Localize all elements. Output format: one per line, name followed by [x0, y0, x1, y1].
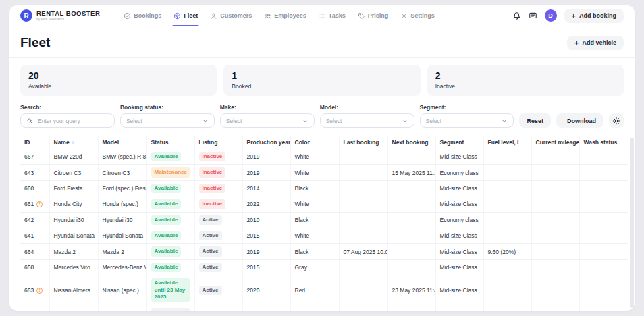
reset-button[interactable]: Reset	[519, 113, 551, 128]
stat-label: Booked	[232, 83, 412, 90]
table-row[interactable]: 667BMW 220dBMW (spec.) R 850 CAvailableI…	[20, 149, 628, 165]
vehicle-id: 664	[24, 248, 34, 255]
column-header-current-mileage-km[interactable]: Current mileage, km	[531, 136, 579, 149]
download-button[interactable]: Download	[556, 113, 603, 128]
select-value: Select	[126, 117, 198, 124]
nav-item-bookings[interactable]: Bookings	[117, 5, 167, 26]
cell-last-booking	[339, 212, 387, 228]
nav-item-customers[interactable]: Customers	[204, 5, 258, 26]
cell-production-year: 2015	[242, 228, 290, 244]
warning-icon: !	[36, 288, 43, 294]
column-header-wash-status[interactable]: Wash status	[579, 136, 628, 149]
cell-wash-status	[579, 275, 628, 305]
cell-production-year: 2014	[242, 305, 290, 311]
table-row[interactable]: 662Nissan JukeNissan JukeBooked until 22…	[20, 305, 628, 311]
nav-item-employees[interactable]: Employees	[258, 5, 313, 26]
cell-mileage	[531, 196, 579, 212]
table-settings-button[interactable]	[609, 113, 624, 128]
vehicle-id: 661	[24, 201, 34, 207]
search-input[interactable]	[36, 117, 109, 125]
cell-fuel-level	[483, 212, 531, 228]
cell-segment: Mid-size Class	[435, 305, 483, 311]
column-header-fuel-level-l[interactable]: Fuel level, L	[483, 136, 531, 149]
cell-name: Honda City	[49, 196, 98, 212]
column-header-label: Name	[54, 139, 70, 146]
segment-select[interactable]: Select	[420, 113, 514, 128]
cell-next-booking	[387, 149, 435, 165]
make-filter: Make:Select	[220, 104, 315, 128]
column-header-id[interactable]: ID	[20, 136, 49, 149]
table-row[interactable]: 663!Nissan AlmeraNissan (spec.)Available…	[20, 275, 628, 305]
chat-icon	[529, 11, 537, 20]
select-value: Select	[226, 117, 298, 124]
column-header-production-year[interactable]: Production year	[242, 136, 290, 149]
nav-item-fleet[interactable]: Fleet	[167, 5, 204, 26]
cell-status: Available	[146, 149, 194, 165]
column-header-label: ID	[24, 139, 30, 146]
table-row[interactable]: 642Hyundai i30Hyundai i30AvailableActive…	[20, 212, 628, 228]
select-value: Select	[326, 117, 398, 124]
messages-button[interactable]	[529, 11, 537, 20]
vehicle-id: 660	[24, 185, 34, 192]
table-row[interactable]: 664Mazda 2Mazda 2AvailableActive2019Blac…	[20, 244, 628, 259]
cell-model: Nissan Juke	[98, 305, 146, 311]
column-header-listing[interactable]: Listing	[194, 136, 242, 149]
cell-mileage	[531, 228, 579, 244]
booking-status-select[interactable]: Select	[120, 113, 215, 128]
cell-next-booking	[387, 305, 435, 311]
column-header-label: Last booking	[344, 139, 379, 146]
cell-listing: Inactive	[194, 196, 242, 212]
column-header-label: Segment	[440, 139, 464, 146]
cell-listing: Active	[194, 275, 242, 305]
brand-logo-icon: R	[20, 9, 32, 22]
cell-model: Citroen C3	[98, 165, 146, 180]
column-header-status[interactable]: Status	[146, 136, 194, 149]
column-header-label: Color	[295, 139, 310, 146]
nav-item-pricing[interactable]: Pricing	[352, 5, 395, 26]
column-header-last-booking[interactable]: Last booking	[339, 136, 387, 149]
column-header-color[interactable]: Color	[290, 136, 339, 149]
search-label: Search:	[20, 104, 115, 111]
table-row[interactable]: 641Hyundai SonataHyundai SonataAvailable…	[20, 228, 628, 244]
cell-fuel-level	[483, 180, 531, 196]
status-badge: Available	[151, 215, 182, 225]
select-value: Select	[426, 117, 498, 124]
user-avatar[interactable]: D	[545, 9, 557, 22]
cell-name: Citroen C3	[49, 165, 98, 180]
table-row[interactable]: 661!Honda CityHonda (spec.)AvailableInac…	[20, 196, 628, 212]
segment-label: Segment:	[420, 104, 514, 111]
cell-status: Available	[146, 196, 194, 212]
table-scrollbar[interactable]	[630, 138, 634, 308]
nav-item-tasks[interactable]: Tasks	[313, 5, 352, 26]
column-header-next-booking[interactable]: Next booking	[387, 136, 435, 149]
table-row[interactable]: 658Mercedes VitoMercedes-Benz VitoAvaila…	[20, 259, 628, 275]
cell-color: White	[290, 305, 339, 311]
model-select[interactable]: Select	[320, 113, 414, 128]
column-header-segment[interactable]: Segment	[435, 136, 483, 149]
nav-item-label: Customers	[220, 12, 252, 19]
cell-id: 658	[20, 259, 49, 275]
make-select[interactable]: Select	[220, 113, 315, 128]
table-row[interactable]: 660Ford FiestaFord (spec.) FiestaAvailab…	[20, 180, 628, 196]
add-booking-button[interactable]: + Add booking	[564, 9, 624, 23]
brand[interactable]: R RENTAL BOOSTER by Pilot Telematics	[20, 9, 100, 22]
chevron-down-icon	[501, 117, 508, 124]
column-header-label: Model	[103, 139, 119, 146]
notifications-button[interactable]	[512, 11, 521, 20]
add-booking-label: Add booking	[579, 12, 616, 19]
cell-last-booking	[339, 305, 387, 311]
cell-wash-status	[579, 228, 628, 244]
cell-status: Booked until 22 Jul 2025	[146, 305, 194, 311]
status-badge: Available	[151, 231, 182, 240]
add-vehicle-button[interactable]: + Add vehicle	[567, 36, 624, 50]
search-box	[20, 113, 115, 128]
cell-last-booking	[339, 275, 387, 305]
nav-item-settings[interactable]: Settings	[394, 5, 441, 26]
column-header-model[interactable]: Model	[98, 136, 146, 149]
column-header-name[interactable]: Name↓	[49, 136, 98, 149]
table-row[interactable]: 643Citroen C3Citroen C3MaintenanceInacti…	[20, 165, 628, 180]
cell-fuel-level	[483, 196, 531, 212]
cell-fuel-level: 30%	[483, 305, 531, 311]
cell-segment: Mid-size Class	[435, 244, 483, 259]
cell-next-booking: 15 May 2025 11:22	[387, 165, 435, 180]
